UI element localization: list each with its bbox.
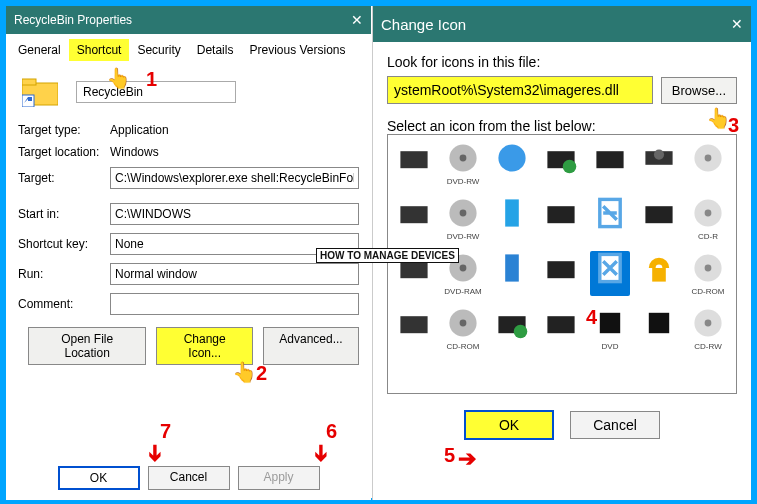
change-icon-cancel-button[interactable]: Cancel [570, 411, 660, 439]
look-for-label: Look for icons in this file: [387, 54, 737, 70]
icon-item[interactable]: DVD-RW [443, 141, 483, 186]
svg-point-13 [705, 155, 712, 162]
icon-list[interactable]: DVD-RW DVD-RW CD-R [387, 134, 737, 394]
select-icon-label: Select an icon from the list below: [387, 118, 737, 134]
tab-general[interactable]: General [10, 39, 69, 61]
icon-item[interactable] [590, 196, 630, 241]
icon-item[interactable] [394, 251, 434, 296]
change-icon-dialog: Change Icon ✕ Look for icons in this fil… [372, 6, 751, 500]
svg-point-25 [460, 265, 467, 272]
properties-tabs: General Shortcut Security Details Previo… [6, 34, 371, 61]
target-label: Target: [18, 171, 110, 185]
svg-point-11 [654, 150, 664, 160]
tab-security[interactable]: Security [129, 39, 188, 61]
icon-item[interactable] [394, 196, 434, 241]
icon-item[interactable] [590, 141, 630, 186]
svg-rect-26 [505, 254, 519, 281]
svg-rect-23 [400, 261, 427, 278]
change-icon-button[interactable]: Change Icon... [156, 327, 253, 365]
icon-item[interactable] [394, 141, 434, 186]
open-file-location-button[interactable]: Open File Location [28, 327, 146, 365]
folder-shortcut-icon [22, 77, 58, 107]
change-icon-ok-button[interactable]: OK [464, 410, 554, 440]
browse-button[interactable]: Browse... [661, 77, 737, 104]
tab-shortcut[interactable]: Shortcut [69, 39, 130, 61]
svg-point-34 [460, 320, 467, 327]
properties-body: RecycleBin Target type: Application Targ… [6, 61, 371, 373]
icon-item[interactable] [688, 141, 728, 186]
tab-details[interactable]: Details [189, 39, 242, 61]
icon-item[interactable]: CD-R [688, 196, 728, 241]
icon-path-input[interactable] [387, 76, 653, 104]
icon-item[interactable] [394, 306, 434, 351]
icon-item-selected[interactable] [590, 251, 630, 296]
run-label: Run: [18, 267, 110, 281]
icon-item[interactable]: DVD [590, 306, 630, 351]
run-select[interactable] [110, 263, 359, 285]
icon-item[interactable] [541, 251, 581, 296]
properties-cancel-button[interactable]: Cancel [148, 466, 230, 490]
target-location-label: Target location: [18, 145, 110, 159]
icon-item[interactable] [492, 306, 532, 351]
icon-item[interactable]: DVD-RAM [443, 251, 483, 296]
icon-item[interactable] [492, 141, 532, 186]
svg-point-6 [498, 144, 525, 171]
change-icon-body: Look for icons in this file: Browse... S… [373, 42, 751, 452]
target-type-label: Target type: [18, 123, 110, 137]
svg-rect-29 [652, 268, 666, 282]
icon-item[interactable] [492, 251, 532, 296]
svg-rect-20 [645, 206, 672, 223]
icon-item[interactable] [541, 196, 581, 241]
icon-item[interactable]: CD-ROM [688, 251, 728, 296]
svg-rect-27 [547, 261, 574, 278]
svg-rect-9 [596, 151, 623, 168]
properties-apply-button[interactable]: Apply [238, 466, 320, 490]
icon-item[interactable]: DVD-RW [443, 196, 483, 241]
svg-point-36 [514, 325, 528, 339]
comment-input[interactable] [110, 293, 359, 315]
svg-point-22 [705, 210, 712, 217]
icon-item[interactable] [639, 251, 679, 296]
svg-point-41 [705, 320, 712, 327]
target-location-value: Windows [110, 145, 159, 159]
icon-item[interactable]: CD-RW [688, 306, 728, 351]
comment-label: Comment: [18, 297, 110, 311]
properties-ok-button[interactable]: OK [58, 466, 140, 490]
icon-item[interactable] [639, 306, 679, 351]
icon-item[interactable]: CD-ROM [443, 306, 483, 351]
svg-point-5 [460, 155, 467, 162]
svg-point-31 [705, 265, 712, 272]
properties-title: RecycleBin Properties [14, 13, 132, 27]
svg-point-8 [563, 160, 577, 174]
properties-titlebar: RecycleBin Properties ✕ [6, 6, 371, 34]
icon-item[interactable] [492, 196, 532, 241]
svg-rect-3 [400, 151, 427, 168]
advanced-button[interactable]: Advanced... [263, 327, 359, 365]
svg-rect-38 [600, 313, 620, 333]
svg-rect-39 [649, 313, 669, 333]
shortcut-key-input[interactable] [110, 233, 359, 255]
change-icon-titlebar: Change Icon ✕ [373, 6, 751, 42]
icon-item[interactable] [639, 141, 679, 186]
target-type-value: Application [110, 123, 169, 137]
shortcut-key-label: Shortcut key: [18, 237, 110, 251]
start-in-input[interactable] [110, 203, 359, 225]
tab-previous-versions[interactable]: Previous Versions [241, 39, 353, 61]
shortcut-name: RecycleBin [76, 81, 236, 103]
svg-rect-14 [400, 206, 427, 223]
start-in-label: Start in: [18, 207, 110, 221]
recyclebin-properties-dialog: RecycleBin Properties ✕ General Shortcut… [6, 6, 371, 500]
change-icon-close-button[interactable]: ✕ [731, 16, 743, 32]
icon-item[interactable] [639, 196, 679, 241]
properties-bottom-buttons: OK Cancel Apply [6, 466, 371, 490]
svg-point-16 [460, 210, 467, 217]
change-icon-title: Change Icon [381, 16, 466, 33]
icon-item[interactable] [541, 141, 581, 186]
icon-item[interactable] [541, 306, 581, 351]
svg-rect-17 [505, 199, 519, 226]
svg-rect-37 [547, 316, 574, 333]
target-input[interactable] [110, 167, 359, 189]
properties-close-button[interactable]: ✕ [351, 12, 363, 28]
svg-rect-32 [400, 316, 427, 333]
svg-rect-18 [547, 206, 574, 223]
